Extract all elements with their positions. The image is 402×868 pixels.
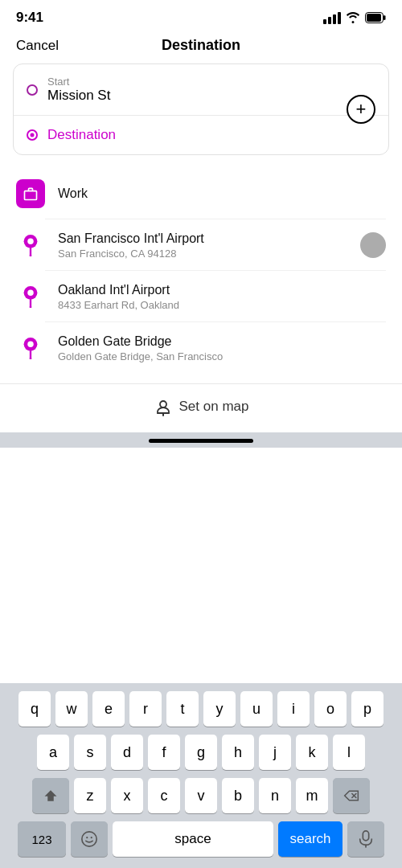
key-s[interactable]: s — [74, 735, 106, 770]
add-stop-button[interactable]: + — [347, 95, 375, 124]
drag-handle-icon[interactable] — [360, 232, 386, 258]
svg-point-4 — [27, 239, 33, 244]
key-n[interactable]: n — [259, 778, 291, 813]
set-on-map-button[interactable]: Set on map — [0, 383, 402, 432]
keyboard: q w e r t y u i o p a s d f g h j k l z … — [0, 683, 402, 868]
suggestion-address: San Francisco, CA 94128 — [58, 248, 386, 260]
backspace-key[interactable] — [333, 778, 370, 813]
suggestion-text: Golden Gate Bridge Golden Gate Bridge, S… — [58, 334, 386, 362]
key-h[interactable]: h — [222, 735, 254, 770]
emoji-icon — [80, 830, 98, 848]
location-pin-svg — [19, 337, 42, 359]
header: Cancel Destination — [0, 31, 402, 63]
start-value: Mission St — [47, 88, 110, 104]
key-b[interactable]: b — [222, 778, 254, 813]
suggestion-address: 8433 Earhart Rd, Oakland — [58, 299, 386, 311]
mic-key[interactable] — [347, 821, 384, 857]
key-p[interactable]: p — [351, 691, 384, 727]
key-a[interactable]: a — [37, 735, 69, 770]
svg-point-7 — [27, 290, 33, 296]
cancel-button[interactable]: Cancel — [16, 38, 59, 54]
svg-point-12 — [160, 401, 166, 407]
svg-rect-19 — [363, 831, 368, 841]
mic-icon — [359, 830, 373, 848]
backspace-icon — [343, 789, 359, 802]
location-pin-svg — [19, 234, 42, 256]
page-title: Destination — [162, 37, 240, 54]
suggestion-text: Oakland Int'l Airport 8433 Earhart Rd, O… — [58, 283, 386, 311]
key-l[interactable]: l — [333, 735, 365, 770]
destination-label: Destination — [47, 127, 116, 143]
svg-point-17 — [86, 837, 88, 838]
key-v[interactable]: v — [185, 778, 217, 813]
home-bar — [149, 439, 253, 443]
destination-row[interactable]: Destination — [14, 115, 388, 154]
status-icons — [323, 12, 386, 24]
keyboard-row-2: a s d f g h j k l — [3, 735, 399, 770]
key-i[interactable]: i — [277, 691, 310, 727]
status-bar: 9:41 — [0, 0, 402, 31]
pin-icon — [16, 282, 45, 311]
search-key[interactable]: search — [278, 821, 343, 857]
key-x[interactable]: x — [111, 778, 143, 813]
wifi-icon — [346, 12, 360, 23]
key-g[interactable]: g — [185, 735, 217, 770]
key-y[interactable]: y — [203, 691, 236, 727]
list-item[interactable]: San Francisco Int'l Airport San Francisc… — [0, 219, 402, 271]
key-r[interactable]: r — [129, 691, 162, 727]
numeric-key[interactable]: 123 — [18, 821, 66, 857]
svg-point-10 — [27, 342, 33, 347]
suggestion-address: Golden Gate Bridge, San Francisco — [58, 350, 386, 362]
battery-icon — [365, 12, 386, 23]
briefcase-svg — [23, 186, 39, 202]
svg-rect-1 — [367, 14, 381, 22]
destination-dot-icon — [27, 129, 38, 141]
svg-point-18 — [91, 837, 92, 838]
location-pin-svg — [19, 285, 42, 308]
key-f[interactable]: f — [148, 735, 180, 770]
list-item[interactable]: Work — [0, 168, 402, 219]
key-o[interactable]: o — [314, 691, 347, 727]
suggestion-text: Work — [58, 186, 386, 201]
list-item[interactable]: Golden Gate Bridge Golden Gate Bridge, S… — [0, 322, 402, 374]
signal-icon — [323, 12, 341, 24]
start-text: Start Mission St — [47, 76, 110, 104]
key-k[interactable]: k — [296, 735, 328, 770]
key-q[interactable]: q — [18, 691, 51, 727]
emoji-key[interactable] — [71, 821, 108, 857]
suggestion-text: San Francisco Int'l Airport San Francisc… — [58, 231, 386, 260]
key-j[interactable]: j — [259, 735, 291, 770]
key-m[interactable]: m — [296, 778, 328, 813]
svg-point-16 — [82, 832, 96, 846]
suggestion-name: San Francisco Int'l Airport — [58, 231, 386, 246]
key-e[interactable]: e — [92, 691, 125, 727]
svg-rect-2 — [384, 15, 386, 20]
set-on-map-label: Set on map — [179, 399, 249, 415]
keyboard-row-1: q w e r t y u i o p — [3, 691, 399, 727]
key-w[interactable]: w — [55, 691, 88, 727]
keyboard-row-4: 123 space search — [3, 821, 399, 857]
keyboard-row-3: z x c v b n m — [3, 778, 399, 813]
route-input-box: Start Mission St + Destination — [13, 63, 389, 155]
key-z[interactable]: z — [74, 778, 106, 813]
space-key[interactable]: space — [113, 821, 273, 857]
start-dot-icon — [27, 84, 38, 96]
work-icon — [16, 179, 45, 208]
key-d[interactable]: d — [111, 735, 143, 770]
pin-icon — [16, 334, 45, 362]
shift-icon — [43, 788, 58, 803]
shift-key[interactable] — [32, 778, 69, 813]
home-indicator — [0, 432, 402, 448]
start-label: Start — [47, 76, 110, 88]
key-u[interactable]: u — [240, 691, 273, 727]
key-c[interactable]: c — [148, 778, 180, 813]
start-row[interactable]: Start Mission St + — [14, 64, 388, 115]
map-pin-icon — [154, 397, 173, 416]
key-t[interactable]: t — [166, 691, 199, 727]
list-item[interactable]: Oakland Int'l Airport 8433 Earhart Rd, O… — [0, 271, 402, 322]
suggestion-name: Golden Gate Bridge — [58, 334, 386, 349]
suggestion-name: Work — [58, 186, 386, 201]
suggestion-name: Oakland Int'l Airport — [58, 283, 386, 297]
pin-icon — [16, 231, 45, 260]
status-time: 9:41 — [16, 10, 43, 26]
